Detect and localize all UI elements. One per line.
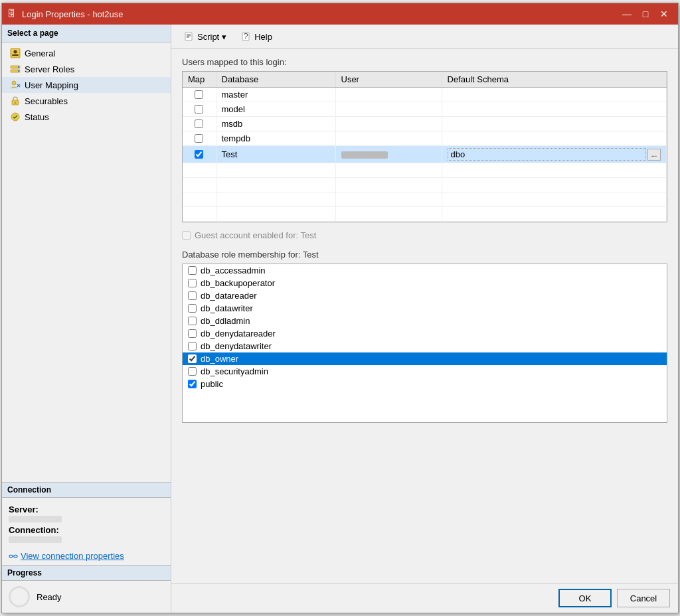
db-table-row[interactable]: model — [183, 102, 667, 117]
content-area: Users mapped to this login: Map Database… — [171, 49, 678, 583]
svg-point-5 — [18, 66, 19, 68]
db-table-row[interactable]: tempdb — [183, 131, 667, 146]
role-item[interactable]: db_datareader — [183, 289, 667, 302]
user-mapping-label: User Mapping — [25, 80, 78, 90]
close-button[interactable]: ✕ — [655, 7, 673, 21]
help-icon: ? — [241, 31, 252, 42]
role-item[interactable]: db_securityadmin — [183, 365, 667, 378]
db-name-cell: Test — [216, 146, 335, 163]
db-empty-row — [183, 178, 667, 193]
role-item[interactable]: db_denydatareader — [183, 327, 667, 340]
db-table-row[interactable]: master — [183, 88, 667, 102]
db-map-checkbox[interactable] — [195, 90, 203, 99]
col-header-schema: Default Schema — [442, 72, 667, 88]
db-user-cell — [335, 117, 442, 131]
script-button[interactable]: Script ▾ — [178, 29, 232, 44]
status-icon — [10, 112, 21, 122]
db-name-cell: model — [216, 102, 335, 117]
progress-section-header: Progress — [2, 565, 171, 581]
cancel-button[interactable]: Cancel — [617, 589, 670, 607]
db-schema-cell — [442, 131, 667, 146]
securables-icon — [10, 96, 21, 106]
db-map-checkbox[interactable] — [195, 105, 203, 114]
role-item[interactable]: public — [183, 378, 667, 390]
role-item[interactable]: db_accessadmin — [183, 264, 667, 277]
db-name-cell: master — [216, 88, 335, 102]
status-label: Status — [25, 112, 49, 122]
db-map-cell — [183, 146, 216, 163]
db-name-cell: tempdb — [216, 131, 335, 146]
sidebar-item-general[interactable]: General — [2, 45, 171, 61]
db-map-cell — [183, 117, 216, 131]
role-checkbox[interactable] — [188, 329, 197, 338]
svg-point-1 — [14, 50, 17, 54]
db-schema-cell: dbo... — [442, 146, 667, 163]
db-map-checkbox[interactable] — [195, 134, 203, 143]
help-button[interactable]: ? Help — [235, 29, 278, 44]
progress-spinner — [9, 586, 30, 607]
role-checkbox[interactable] — [188, 367, 197, 376]
db-user-cell — [335, 131, 442, 146]
svg-text:?: ? — [244, 31, 248, 41]
role-item[interactable]: db_datawriter — [183, 302, 667, 315]
role-checkbox[interactable] — [188, 266, 197, 275]
main-content: Select a page General — [2, 25, 678, 613]
db-map-checkbox[interactable] — [195, 150, 203, 159]
guest-account-checkbox[interactable] — [182, 231, 191, 240]
view-connection-link[interactable]: View connection properties — [2, 550, 171, 565]
db-map-cell — [183, 131, 216, 146]
role-item[interactable]: db_ddladmin — [183, 315, 667, 327]
role-list-container: db_accessadmindb_backupoperatordb_datare… — [182, 264, 667, 423]
col-header-database: Database — [216, 72, 335, 88]
svg-rect-12 — [14, 555, 17, 558]
svg-rect-14 — [185, 33, 192, 40]
db-name-cell: msdb — [216, 117, 335, 131]
sidebar-item-user-mapping[interactable]: User Mapping — [2, 77, 171, 93]
sidebar-item-server-roles[interactable]: Server Roles — [2, 61, 171, 77]
role-item[interactable]: db_denydatawriter — [183, 340, 667, 352]
db-user-cell — [335, 88, 442, 102]
svg-point-7 — [12, 81, 16, 85]
db-table-row[interactable]: msdb — [183, 117, 667, 131]
db-table-row[interactable]: Testhot2use_blurreddbo... — [183, 146, 667, 163]
role-item[interactable]: db_backupoperator — [183, 277, 667, 289]
sidebar-item-status[interactable]: Status — [2, 109, 171, 125]
role-checkbox[interactable] — [188, 304, 197, 313]
browse-schema-button[interactable]: ... — [647, 149, 661, 161]
minimize-button[interactable]: — — [618, 7, 636, 21]
db-map-checkbox[interactable] — [195, 119, 203, 128]
connection-label: Connection: — [9, 525, 164, 535]
role-checkbox[interactable] — [188, 354, 197, 363]
db-empty-row — [183, 193, 667, 207]
connection-value — [9, 536, 62, 543]
sidebar-header: Select a page — [2, 25, 171, 42]
role-label: db_datawriter — [201, 303, 253, 313]
role-checkbox[interactable] — [188, 317, 197, 325]
role-checkbox[interactable] — [188, 342, 197, 350]
view-connection-text: View connection properties — [21, 551, 124, 561]
maximize-button[interactable]: □ — [637, 7, 654, 21]
svg-point-9 — [15, 102, 17, 104]
title-bar: 🗄 Login Properties - hot2use — □ ✕ — [2, 3, 678, 25]
role-checkbox[interactable] — [188, 291, 197, 300]
role-label: db_backupoperator — [201, 278, 275, 288]
role-checkbox[interactable] — [188, 380, 197, 388]
db-map-cell — [183, 88, 216, 102]
sidebar-nav: General Server Roles — [2, 42, 171, 482]
sidebar: Select a page General — [2, 25, 171, 613]
role-label: db_datareader — [201, 291, 257, 301]
app-icon: 🗄 — [7, 9, 18, 19]
users-table: Map Database User Default Schema masterm… — [183, 72, 667, 222]
svg-rect-2 — [12, 54, 19, 56]
db-map-cell — [183, 102, 216, 117]
role-item[interactable]: db_owner — [183, 352, 667, 365]
role-checkbox[interactable] — [188, 279, 197, 287]
server-value — [9, 516, 62, 522]
role-label: db_owner — [201, 354, 238, 364]
script-icon — [184, 31, 195, 42]
connection-link-icon — [9, 552, 18, 561]
window-controls: — □ ✕ — [618, 7, 673, 21]
sidebar-item-securables[interactable]: Securables — [2, 93, 171, 109]
role-label: db_denydatawriter — [201, 341, 272, 351]
ok-button[interactable]: OK — [558, 589, 612, 607]
